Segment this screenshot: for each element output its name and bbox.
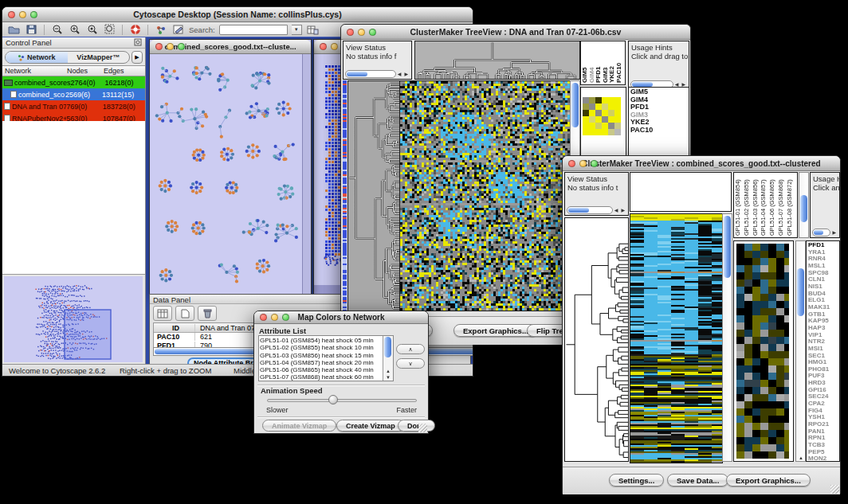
zoom-window-icon[interactable] — [369, 29, 376, 36]
treeview1-titlebar[interactable]: ClusterMaker TreeView : DNA and Tran 07-… — [341, 25, 690, 40]
tab-vizmapper[interactable]: VizMapper™ — [68, 52, 130, 63]
zoom-window-icon[interactable] — [178, 43, 185, 50]
column-label[interactable]: YKE2 — [609, 43, 616, 83]
help-lifebuoy-icon[interactable] — [128, 24, 142, 36]
main-titlebar[interactable]: Cytoscape Desktop (Session Name: collins… — [2, 7, 473, 22]
attribute-item[interactable]: GPL51-06 (GSM865) heat shock 40 min — [260, 366, 382, 373]
scroll-down-icon[interactable]: ▲ — [799, 455, 803, 460]
gene-label[interactable]: MSL1 — [808, 263, 839, 270]
gene-label[interactable]: RPN1 — [808, 435, 839, 442]
export-graphics-button[interactable]: Export Graphics... — [726, 474, 811, 486]
zoom-window-icon[interactable] — [591, 160, 598, 167]
close-icon[interactable] — [155, 43, 163, 50]
close-icon[interactable] — [8, 11, 15, 18]
column-label[interactable]: GPL51-04 (GSM857) — [760, 174, 769, 236]
scroll-up-icon[interactable]: ▲ — [383, 368, 393, 374]
search-input[interactable] — [219, 25, 288, 35]
network-vscrollbar[interactable] — [302, 54, 311, 295]
save-icon[interactable] — [25, 24, 38, 36]
tv2-genelist-vscrollbar[interactable]: ▲ — [795, 240, 806, 462]
birds-eye-view[interactable] — [4, 276, 143, 362]
treeview2-titlebar[interactable]: ClusterMaker TreeView : combined_scores_… — [563, 156, 840, 171]
tv2-zoom-heatmap[interactable] — [736, 244, 789, 459]
gene-label[interactable]: HMG1 — [808, 359, 839, 366]
gene-label[interactable]: BUD4 — [808, 291, 839, 298]
tv1-row-dendrogram[interactable] — [347, 80, 400, 311]
gene-label[interactable]: PFD1 — [808, 242, 839, 249]
tv2-heatmap[interactable] — [630, 213, 723, 463]
dialog-titlebar[interactable]: Map Colors to Network — [254, 311, 428, 324]
close-icon[interactable] — [260, 314, 267, 321]
minimize-icon[interactable] — [271, 314, 278, 321]
gene-label[interactable]: FIG4 — [808, 408, 839, 415]
gene-label[interactable]: YRA1 — [808, 249, 839, 256]
tv2-status-scrollbar[interactable]: ◀▶ — [567, 205, 626, 214]
gene-label[interactable]: HAP3 — [808, 325, 839, 332]
tv1-heatmap[interactable] — [399, 80, 571, 311]
open-folder-icon[interactable] — [7, 24, 21, 36]
network-row[interactable]: combined_scores_ 2764(0) 16218(0) — [2, 76, 145, 88]
gene-label[interactable]: GIM3 — [630, 111, 689, 119]
animate-vizmap-button[interactable]: Animate Vizmap — [262, 420, 336, 432]
minimize-icon[interactable] — [331, 43, 338, 50]
gene-label[interactable]: RPO21 — [808, 421, 839, 428]
resize-grip[interactable] — [830, 485, 839, 494]
zoom-out-icon[interactable] — [50, 24, 64, 36]
gene-label[interactable]: NTR2 — [808, 338, 839, 346]
tv1-selection-heatmap[interactable] — [583, 97, 624, 139]
move-down-button[interactable]: ∨ — [396, 358, 425, 369]
attribute-item[interactable]: GPL51-01 (GSM854) heat shock 05 min — [260, 337, 382, 344]
column-label[interactable]: GPL51-06 (GSM865) — [769, 174, 778, 236]
tv2-hints-scrollbar[interactable]: ▶ — [812, 228, 838, 236]
attribute-item[interactable]: GPL51-07 (GSM868) heat shock 60 min — [260, 373, 382, 381]
network-row[interactable]: DNA and Tran 07 769(0) 183728(0) — [2, 100, 145, 112]
speed-slider-track[interactable] — [267, 399, 417, 402]
close-icon[interactable] — [347, 29, 354, 36]
minimize-icon[interactable] — [167, 43, 174, 50]
gene-label[interactable]: SEC1 — [808, 353, 839, 360]
tv2-column-dendrogram[interactable] — [630, 172, 732, 212]
scroll-down-icon[interactable]: ▼ — [383, 374, 393, 381]
gene-label[interactable]: PAC10 — [630, 127, 689, 135]
close-icon[interactable] — [320, 43, 327, 50]
speed-slider-thumb[interactable] — [328, 395, 338, 404]
attribute-item[interactable]: GPL51-03 (GSM856) heat shock 15 min — [260, 352, 382, 359]
gene-label[interactable]: PFD1 — [630, 104, 689, 111]
gene-label[interactable]: PUF3 — [808, 373, 839, 380]
gene-label[interactable]: GTB1 — [808, 311, 839, 318]
resize-grip[interactable] — [418, 424, 427, 432]
tv2-heatmap-vscrollbar[interactable] — [722, 213, 732, 462]
gene-label[interactable]: MON2 — [808, 455, 839, 462]
tab-overflow-button[interactable]: ▶ — [132, 51, 143, 64]
zoom-window-icon[interactable] — [282, 314, 289, 321]
attribute-item[interactable]: GPL51-04 (GSM857) heat shock 20 min — [260, 359, 382, 366]
gene-label[interactable]: KAP95 — [808, 318, 839, 325]
gene-label[interactable]: PAN1 — [808, 428, 839, 436]
zoom-selected-icon[interactable] — [85, 24, 99, 36]
search-dropdown-icon[interactable]: ▼ — [292, 25, 302, 35]
column-label[interactable]: GPL51-08 (GSM872) — [787, 174, 795, 236]
gene-label[interactable]: SEC24 — [808, 393, 839, 400]
done-button[interactable]: Done — [398, 420, 435, 432]
zoom-window-icon[interactable] — [30, 11, 37, 18]
gene-label[interactable]: HRD3 — [808, 380, 839, 387]
column-label[interactable]: GIM5 — [582, 43, 589, 83]
tab-network[interactable]: Network — [6, 52, 68, 63]
settings-button[interactable]: Settings... — [609, 474, 664, 486]
gene-label[interactable]: MSI1 — [808, 346, 839, 353]
save-data-button[interactable]: Save Data... — [667, 474, 728, 486]
float-panel-icon[interactable] — [134, 38, 142, 48]
gene-label[interactable]: PHO81 — [808, 366, 839, 373]
gene-label[interactable]: YKE2 — [630, 119, 689, 127]
tv1-status-scrollbar[interactable]: ◀▶ — [345, 69, 410, 78]
attribute-browser-icon[interactable] — [306, 24, 320, 36]
annotation-icon[interactable] — [171, 24, 185, 36]
column-label[interactable]: GPL51-01 (GSM854) — [735, 174, 744, 236]
minimize-icon[interactable] — [19, 11, 26, 18]
tv2-labels-vscrollbar[interactable] — [799, 172, 809, 238]
gene-label[interactable]: VIP1 — [808, 332, 839, 339]
gene-label[interactable]: GIM5 — [630, 88, 689, 96]
zoom-fit-icon[interactable] — [103, 24, 116, 36]
gene-label[interactable]: TCB3 — [808, 442, 839, 449]
gene-label[interactable]: CLN1 — [808, 276, 839, 283]
